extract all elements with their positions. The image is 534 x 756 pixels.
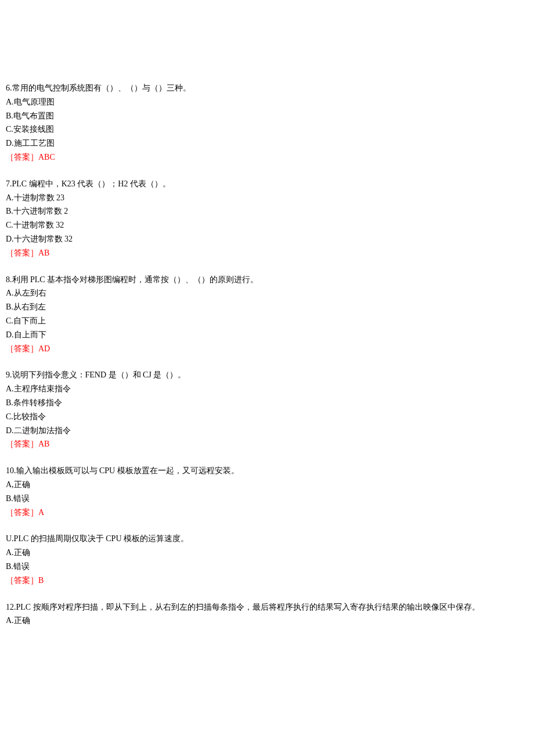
option-text: C.自下而上 xyxy=(6,314,528,328)
option-text: A.主程序结束指令 xyxy=(6,382,528,396)
option-text: C.比较指令 xyxy=(6,410,528,424)
document-content: 6.常用的电气控制系统图有（）、（）与（）三种。A.电气原理图B.电气布置图C.… xyxy=(6,81,528,628)
option-text: A,正确 xyxy=(6,478,528,492)
question-block: 9.说明下列指令意义：FEND 是（）和 CJ 是（）。A.主程序结束指令B.条… xyxy=(6,368,528,451)
question-text: U.PLC 的扫描周期仅取决于 CPU 模板的运算速度。 xyxy=(6,532,528,546)
question-text: 9.说明下列指令意义：FEND 是（）和 CJ 是（）。 xyxy=(6,368,528,382)
question-block: 7.PLC 编程中，K23 代表（）；H2 代表（）。A.十进制常数 23B.十… xyxy=(6,177,528,260)
option-text: A.电气原理图 xyxy=(6,95,528,109)
question-text: 12.PLC 按顺序对程序扫描，即从下到上，从右到左的扫描每条指令，最后将程序执… xyxy=(6,600,528,614)
option-text: C.十进制常数 32 xyxy=(6,218,528,232)
option-text: A.从左到右 xyxy=(6,286,528,300)
option-text: C.安装接线图 xyxy=(6,123,528,136)
question-text: 10.输入输出模板既可以与 CPU 模板放置在一起，又可远程安装。 xyxy=(6,464,528,478)
option-text: B.电气布置图 xyxy=(6,109,528,123)
option-text: A.正确 xyxy=(6,546,528,560)
question-text: 8.利用 PLC 基本指令对梯形图编程时，通常按（）、（）的原则进行。 xyxy=(6,273,528,287)
answer-text: ［答案］AB xyxy=(6,246,528,260)
option-text: D.十六进制常数 32 xyxy=(6,232,528,246)
question-block: 6.常用的电气控制系统图有（）、（）与（）三种。A.电气原理图B.电气布置图C.… xyxy=(6,81,528,164)
question-text: 7.PLC 编程中，K23 代表（）；H2 代表（）。 xyxy=(6,177,528,191)
question-block: 8.利用 PLC 基本指令对梯形图编程时，通常按（）、（）的原则进行。A.从左到… xyxy=(6,273,528,356)
answer-text: ［答案］B xyxy=(6,574,528,588)
question-block: U.PLC 的扫描周期仅取决于 CPU 模板的运算速度。A.正确B.错误［答案］… xyxy=(6,532,528,587)
option-text: B.从右到左 xyxy=(6,300,528,314)
option-text: B.错误 xyxy=(6,492,528,506)
answer-text: ［答案］AD xyxy=(6,342,528,356)
option-text: A.十进制常数 23 xyxy=(6,191,528,205)
answer-text: ［答案］A xyxy=(6,506,528,520)
option-text: B.错误 xyxy=(6,560,528,574)
option-text: B.十六进制常数 2 xyxy=(6,204,528,218)
answer-text: ［答案］AB xyxy=(6,437,528,451)
answer-text: ［答案］ABC xyxy=(6,150,528,164)
question-block: 12.PLC 按顺序对程序扫描，即从下到上，从右到左的扫描每条指令，最后将程序执… xyxy=(6,600,528,628)
option-text: B.条件转移指令 xyxy=(6,396,528,410)
option-text: D.施工工艺图 xyxy=(6,136,528,150)
option-text: D.二进制加法指令 xyxy=(6,424,528,438)
question-block: 10.输入输出模板既可以与 CPU 模板放置在一起，又可远程安装。A,正确B.错… xyxy=(6,464,528,519)
option-text: A.正确 xyxy=(6,614,528,628)
question-text: 6.常用的电气控制系统图有（）、（）与（）三种。 xyxy=(6,81,528,95)
option-text: D.自上而下 xyxy=(6,328,528,342)
